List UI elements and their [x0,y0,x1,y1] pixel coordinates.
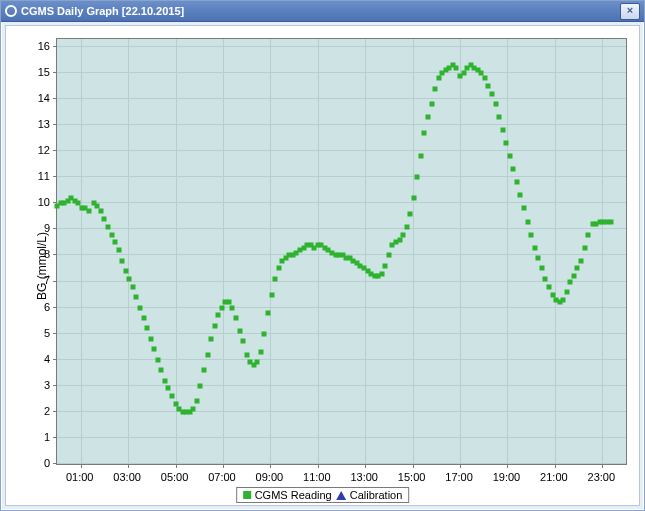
data-point [536,256,541,261]
data-point [219,305,224,310]
close-button[interactable]: × [620,3,640,20]
tick-mark [507,464,508,468]
data-point [386,253,391,258]
data-point [518,193,523,198]
data-point [198,383,203,388]
data-point [134,295,139,300]
y-tick-label: 11 [6,170,54,182]
data-point [532,245,537,250]
data-point [507,154,512,159]
y-tick-label: 2 [6,405,54,417]
data-point [145,326,150,331]
grid-line [176,39,177,464]
grid-line [57,98,626,99]
y-tick-label: 0 [6,457,54,469]
legend: CGMS Reading Calibration [236,487,410,503]
data-point [205,352,210,357]
grid-line [57,202,626,203]
data-point [586,232,591,237]
data-point [113,240,118,245]
grid-line [555,39,556,464]
data-point [383,263,388,268]
data-point [123,269,128,274]
grid-line [460,39,461,464]
x-tick-label: 23:00 [588,471,616,483]
tick-mark [81,464,82,468]
grid-line [57,46,626,47]
data-point [568,279,573,284]
grid-line [365,39,366,464]
data-point [408,211,413,216]
y-tick-label: 8 [6,248,54,260]
grid-line [57,176,626,177]
data-point [269,292,274,297]
grid-line [223,39,224,464]
titlebar[interactable]: CGMS Daily Graph [22.10.2015] × [1,1,644,22]
grid-line [57,359,626,360]
data-point [137,305,142,310]
data-point [237,329,242,334]
data-point [109,232,114,237]
grid-line [270,39,271,464]
data-point [404,224,409,229]
data-point [212,323,217,328]
triangle-icon [336,491,346,500]
data-point [525,219,530,224]
grid-line [57,72,626,73]
data-point [539,266,544,271]
y-tick-label: 9 [6,222,54,234]
data-point [397,237,402,242]
x-tick-label: 07:00 [208,471,236,483]
grid-line [57,385,626,386]
grid-line [81,39,82,464]
data-point [98,209,103,214]
tick-mark [555,464,556,468]
data-point [493,102,498,107]
x-tick-label: 21:00 [540,471,568,483]
legend-label-cgms: CGMS Reading [255,489,332,501]
data-point [454,65,459,70]
data-point [244,352,249,357]
plot-area [56,38,627,465]
grid-line [128,39,129,464]
y-tick-label: 7 [6,274,54,286]
data-point [422,130,427,135]
data-point [571,274,576,279]
data-point [209,336,214,341]
data-point [486,83,491,88]
y-tick-label: 5 [6,327,54,339]
data-point [159,368,164,373]
data-point [276,266,281,271]
y-tick-label: 16 [6,40,54,52]
grid-line [57,333,626,334]
y-tick-label: 3 [6,379,54,391]
data-point [194,399,199,404]
data-point [500,128,505,133]
chart-panel: BG (mmol/L) CGMS Reading Calibration 012… [5,25,640,506]
x-tick-label: 15:00 [398,471,426,483]
window-title: CGMS Daily Graph [22.10.2015] [21,5,620,17]
data-point [415,175,420,180]
data-point [152,347,157,352]
tick-mark [176,464,177,468]
y-tick-label: 13 [6,118,54,130]
data-point [514,180,519,185]
tick-mark [413,464,414,468]
grid-line [57,150,626,151]
tick-mark [460,464,461,468]
x-tick-label: 05:00 [161,471,189,483]
data-point [216,313,221,318]
grid-line [602,39,603,464]
data-point [166,386,171,391]
data-point [411,196,416,201]
data-point [522,206,527,211]
data-point [191,407,196,412]
grid-line [318,39,319,464]
grid-line [57,228,626,229]
x-tick-label: 13:00 [350,471,378,483]
data-point [529,232,534,237]
tick-mark [223,464,224,468]
data-point [578,258,583,263]
grid-line [57,124,626,125]
data-point [379,271,384,276]
